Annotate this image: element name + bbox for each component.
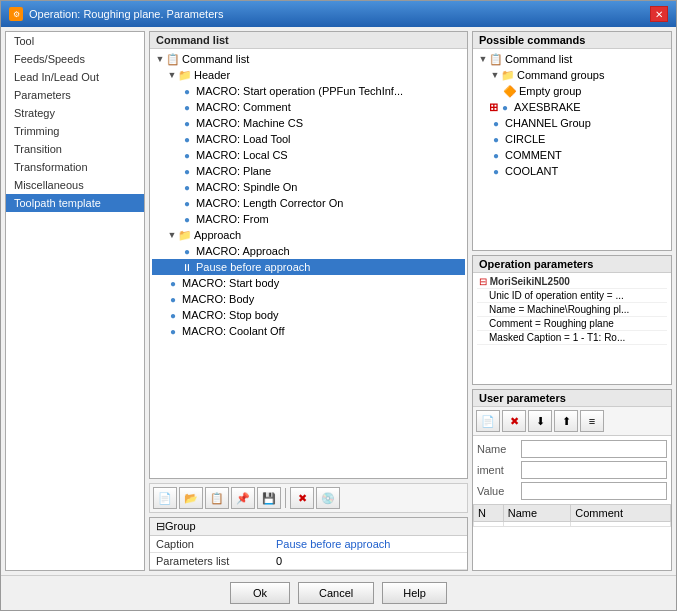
item-icon: ● — [489, 164, 503, 178]
disk-button[interactable]: 💿 — [316, 487, 340, 509]
item-label: Empty group — [519, 85, 581, 97]
sidebar-item-feeds[interactable]: Feeds/Speeds — [6, 50, 144, 68]
col-n: N — [474, 505, 504, 522]
macro-icon: ● — [180, 116, 194, 130]
macro-icon: ● — [166, 276, 180, 290]
table-header-row: N Name Comment — [474, 505, 671, 522]
operation-params-header: Operation parameters — [473, 256, 671, 273]
tree-item-macro4[interactable]: ● MACRO: Load Tool — [152, 131, 465, 147]
item-label: COMMENT — [505, 149, 562, 161]
item-icon: ● — [489, 132, 503, 146]
command-toolbar: 📄 📂 📋 📌 💾 ✖ 💿 — [149, 483, 468, 513]
tree-item-header[interactable]: ▼ 📁 Header — [152, 67, 465, 83]
name-input[interactable] — [521, 440, 667, 458]
save-button[interactable]: 💾 — [257, 487, 281, 509]
help-button[interactable]: Help — [382, 582, 447, 604]
list-button[interactable]: ≡ — [580, 410, 604, 432]
pc-tree-empty[interactable]: 🔶 Empty group — [475, 83, 669, 99]
op-param-row: Unic ID of operation entity = ... — [477, 289, 667, 303]
item-label: Command groups — [517, 69, 604, 81]
comment-input[interactable] — [521, 461, 667, 479]
item-icon: ● — [489, 148, 503, 162]
sidebar-item-lead[interactable]: Lead In/Lead Out — [6, 68, 144, 86]
tree-item-coolant-off[interactable]: ● MACRO: Coolant Off — [152, 323, 465, 339]
new-file-button[interactable]: 📄 — [153, 487, 177, 509]
tree-item-macro3[interactable]: ● MACRO: Machine CS — [152, 115, 465, 131]
delete-param-button[interactable]: ✖ — [502, 410, 526, 432]
user-params-toolbar: 📄 ✖ ⬇ ⬆ ≡ — [473, 407, 671, 436]
tree-item-root[interactable]: ▼ 📋 Command list — [152, 51, 465, 67]
open-button[interactable]: 📂 — [179, 487, 203, 509]
pc-tree-comment[interactable]: ● COMMENT — [475, 147, 669, 163]
user-params-panel: User parameters 📄 ✖ ⬇ ⬆ ≡ Name iment — [472, 389, 672, 571]
bottom-table: ⊟Group Caption Pause before approach Par… — [149, 517, 468, 571]
command-list-panel: Command list ▼ 📋 Command list ▼ 📁 Header — [149, 31, 468, 479]
pc-tree-circle[interactable]: ● CIRCLE — [475, 131, 669, 147]
prop-label: Caption — [150, 536, 270, 553]
group-header: ⊟Group — [150, 518, 467, 536]
pc-tree-coolant[interactable]: ● COOLANT — [475, 163, 669, 179]
move-up-button[interactable]: ⬆ — [554, 410, 578, 432]
item-icon: ● — [498, 100, 512, 114]
paste-button[interactable]: 📌 — [231, 487, 255, 509]
tree-item-pause[interactable]: ⏸ Pause before approach — [152, 259, 465, 275]
main-window: ⚙ Operation: Roughing plane. Parameters … — [0, 0, 677, 611]
macro-icon: ● — [166, 324, 180, 338]
sidebar-item-miscellaneous[interactable]: Miscellaneous — [6, 176, 144, 194]
tree-item-approach[interactable]: ▼ 📁 Approach — [152, 227, 465, 243]
macro-icon: ● — [166, 308, 180, 322]
tree-item-macro1[interactable]: ● MACRO: Start operation (PPFun TechInf.… — [152, 83, 465, 99]
user-params-header: User parameters — [473, 390, 671, 407]
plus-icon: ⊞ — [489, 101, 498, 114]
pc-tree-axesbrake[interactable]: ⊞ ● AXESBRAKE — [475, 99, 669, 115]
expand-icon: ▼ — [154, 53, 166, 65]
item-label: MACRO: Coolant Off — [182, 325, 285, 337]
ok-button[interactable]: Ok — [230, 582, 290, 604]
cell — [503, 522, 570, 527]
prop-value-params: 0 — [270, 553, 467, 570]
tree-item-macro5[interactable]: ● MACRO: Local CS — [152, 147, 465, 163]
tree-item-approach-macro[interactable]: ● MACRO: Approach — [152, 243, 465, 259]
sidebar-item-transformation[interactable]: Transformation — [6, 158, 144, 176]
sidebar-item-strategy[interactable]: Strategy — [6, 104, 144, 122]
tree-item-start-body[interactable]: ● MACRO: Start body — [152, 275, 465, 291]
sidebar-item-toolpath[interactable]: Toolpath template — [6, 194, 144, 212]
cancel-button[interactable]: Cancel — [298, 582, 374, 604]
tree-item-macro7[interactable]: ● MACRO: Spindle On — [152, 179, 465, 195]
pc-tree-root[interactable]: ▼ 📋 Command list — [475, 51, 669, 67]
macro-icon: ● — [180, 84, 194, 98]
delete-button[interactable]: ✖ — [290, 487, 314, 509]
right-panel: Possible commands ▼ 📋 Command list ▼ 📁 C… — [472, 31, 672, 571]
prop-value-caption: Pause before approach — [270, 536, 467, 553]
list-icon: 📋 — [166, 52, 180, 66]
expand-icon: ▼ — [477, 53, 489, 65]
new-param-button[interactable]: 📄 — [476, 410, 500, 432]
window-icon: ⚙ — [9, 7, 23, 21]
item-label: MACRO: Plane — [196, 165, 271, 177]
name-field: Name — [477, 440, 667, 458]
tree-item-macro9[interactable]: ● MACRO: From — [152, 211, 465, 227]
tree-item-macro2[interactable]: ● MACRO: Comment — [152, 99, 465, 115]
item-label: AXESBRAKE — [514, 101, 581, 113]
item-icon: 🔶 — [503, 84, 517, 98]
sidebar-item-parameters[interactable]: Parameters — [6, 86, 144, 104]
tree-item-body[interactable]: ● MACRO: Body — [152, 291, 465, 307]
tree-item-stop-body[interactable]: ● MACRO: Stop body — [152, 307, 465, 323]
tree-item-macro8[interactable]: ● MACRO: Length Corrector On — [152, 195, 465, 211]
pc-tree-groups[interactable]: ▼ 📁 Command groups — [475, 67, 669, 83]
bottom-bar: Ok Cancel Help — [1, 575, 676, 610]
copy-button[interactable]: 📋 — [205, 487, 229, 509]
tree-item-macro6[interactable]: ● MACRO: Plane — [152, 163, 465, 179]
macro-icon: ● — [180, 196, 194, 210]
operation-params-content: ⊟ MoriSeikiNL2500 Unic ID of operation e… — [473, 273, 671, 384]
sidebar-item-trimming[interactable]: Trimming — [6, 122, 144, 140]
close-button[interactable]: ✕ — [650, 6, 668, 22]
macro-icon: ● — [180, 244, 194, 258]
pc-tree-channel[interactable]: ● CHANNEL Group — [475, 115, 669, 131]
move-down-button[interactable]: ⬇ — [528, 410, 552, 432]
item-label: CIRCLE — [505, 133, 545, 145]
sidebar-item-tool[interactable]: Tool — [6, 32, 144, 50]
table-row — [474, 522, 671, 527]
value-input[interactable] — [521, 482, 667, 500]
sidebar-item-transition[interactable]: Transition — [6, 140, 144, 158]
